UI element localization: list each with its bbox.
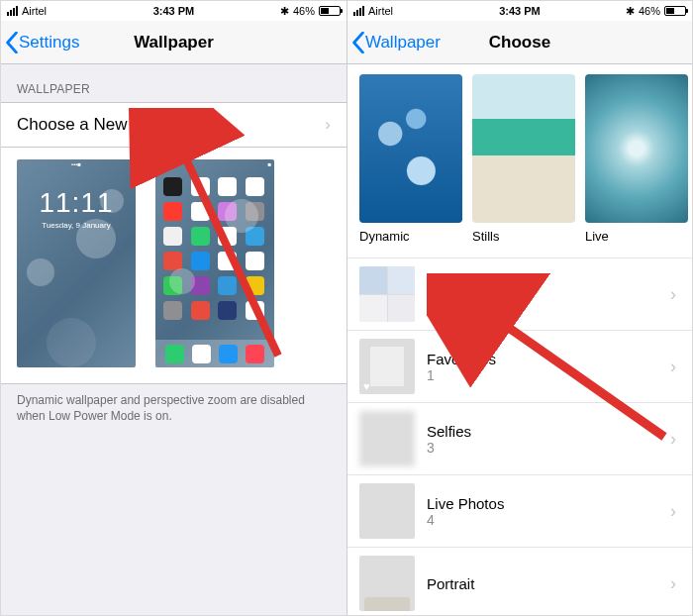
category-label: Dynamic <box>359 229 462 244</box>
album-count: 1 <box>427 367 658 383</box>
status-time: 3:43 PM <box>1 5 346 17</box>
section-header-wallpaper: WALLPAPER <box>1 64 346 102</box>
album-name: Portrait <box>427 575 658 592</box>
album-count: 4 <box>427 512 658 528</box>
album-selfies[interactable]: Selfies 3 › <box>347 403 692 475</box>
album-thumb <box>359 483 415 539</box>
album-thumb <box>359 556 415 611</box>
status-time: 3:43 PM <box>347 5 692 17</box>
album-live-photos[interactable]: Live Photos 4 › <box>347 475 692 548</box>
album-name: Selfies <box>427 423 658 440</box>
album-name: Favourites <box>427 351 658 367</box>
choose-new-wallpaper-label: Choose a New Wallpaper <box>17 115 207 135</box>
page-title: Wallpaper <box>1 33 346 52</box>
page-title: Choose <box>347 33 692 52</box>
chevron-right-icon: › <box>670 573 680 594</box>
heart-icon: ♥ <box>363 380 370 392</box>
status-bar: Airtel 3:43 PM ✱ 46% <box>1 1 346 21</box>
album-name: Live Photos <box>427 495 658 512</box>
category-label: Stills <box>472 229 575 244</box>
album-portrait[interactable]: Portrait › <box>347 548 692 615</box>
category-live[interactable]: Live <box>585 74 688 244</box>
low-power-note: Dynamic wallpaper and perspective zoom a… <box>1 384 346 432</box>
choose-new-wallpaper-cell[interactable]: Choose a New Wallpaper › <box>1 102 346 148</box>
category-label: Live <box>585 229 688 244</box>
nav-bar: Wallpaper Choose <box>347 21 692 64</box>
album-name: Camera Roll <box>427 278 658 295</box>
album-thumb <box>359 266 415 322</box>
wallpaper-categories: Dynamic Stills Live <box>347 64 692 248</box>
wallpaper-settings-screen: Airtel 3:43 PM ✱ 46% Settings Wallpaper … <box>1 1 346 615</box>
battery-icon <box>319 6 341 16</box>
choose-wallpaper-screen: Airtel 3:43 PM ✱ 46% Wallpaper Choose Dy… <box>346 1 692 615</box>
lock-screen-preview[interactable]: •••■ 11:11 Tuesday, 9 January <box>17 159 136 367</box>
battery-icon <box>664 6 686 16</box>
album-thumb: ♥ <box>359 339 415 394</box>
album-count: 530 <box>427 295 658 311</box>
wallpaper-previews: •••■ 11:11 Tuesday, 9 January •••■ <box>1 148 346 384</box>
status-bar: Airtel 3:43 PM ✱ 46% <box>347 1 692 21</box>
chevron-right-icon: › <box>670 357 680 377</box>
category-stills[interactable]: Stills <box>472 74 575 244</box>
dynamic-thumb <box>359 74 462 223</box>
album-camera-roll[interactable]: Camera Roll 530 › <box>347 258 692 331</box>
album-thumb <box>359 411 415 466</box>
chevron-right-icon: › <box>325 115 331 135</box>
home-screen-preview[interactable]: •••■ <box>155 159 274 367</box>
stills-thumb <box>472 74 575 223</box>
category-dynamic[interactable]: Dynamic <box>359 74 462 244</box>
nav-bar: Settings Wallpaper <box>1 21 346 64</box>
album-favourites[interactable]: ♥ Favourites 1 › <box>347 331 692 403</box>
live-thumb <box>585 74 688 223</box>
album-list: Camera Roll 530 › ♥ Favourites 1 › <box>347 257 692 615</box>
chevron-right-icon: › <box>670 284 680 305</box>
chevron-right-icon: › <box>670 429 680 450</box>
album-count: 3 <box>427 440 658 456</box>
chevron-right-icon: › <box>670 501 680 522</box>
